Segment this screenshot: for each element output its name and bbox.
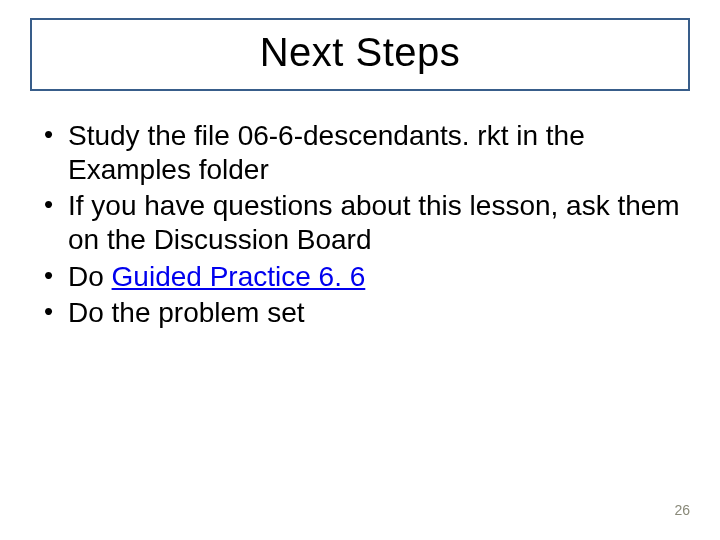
bullet-text: If you have questions about this lesson,…: [68, 190, 680, 255]
page-number: 26: [674, 502, 690, 518]
slide-body: Study the file 06-6-descendants. rkt in …: [28, 119, 692, 330]
list-item: Do the problem set: [40, 296, 684, 330]
list-item: If you have questions about this lesson,…: [40, 189, 684, 257]
bullet-list: Study the file 06-6-descendants. rkt in …: [40, 119, 684, 330]
slide-title: Next Steps: [50, 30, 670, 75]
bullet-text: Do the problem set: [68, 297, 305, 328]
list-item: Study the file 06-6-descendants. rkt in …: [40, 119, 684, 187]
title-box: Next Steps: [30, 18, 690, 91]
guided-practice-link[interactable]: Guided Practice 6. 6: [112, 261, 366, 292]
slide: Next Steps Study the file 06-6-descendan…: [0, 0, 720, 540]
list-item: Do Guided Practice 6. 6: [40, 260, 684, 294]
bullet-text: Do: [68, 261, 112, 292]
bullet-text: Study the file 06-6-descendants. rkt in …: [68, 120, 585, 185]
